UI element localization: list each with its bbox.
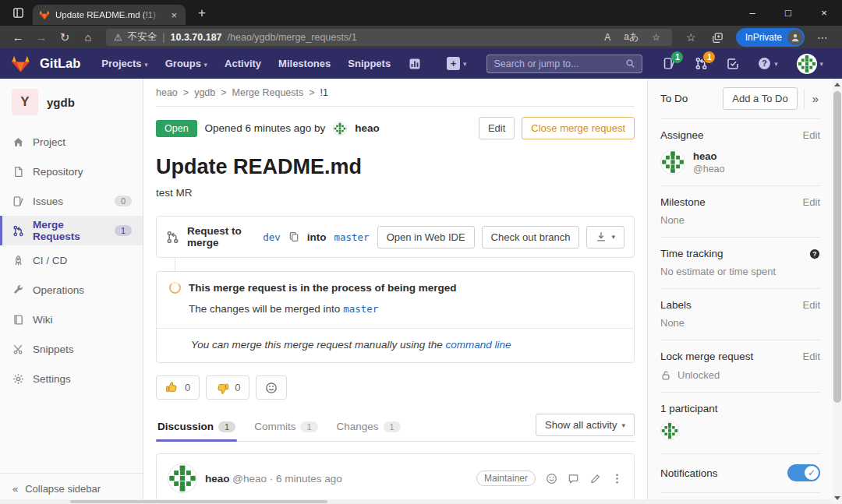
new-tab-button[interactable]: +	[193, 5, 210, 21]
sidebar-item-cicd[interactable]: CI / CD	[0, 245, 143, 275]
gitlab-brand[interactable]: GitLab	[40, 56, 80, 71]
notifications-toggle[interactable]: ✓	[787, 464, 820, 481]
nav-milestones[interactable]: Milestones	[271, 58, 338, 69]
edit-button[interactable]: Edit	[479, 117, 515, 139]
tab-close-icon[interactable]: ×	[168, 9, 179, 21]
back-button[interactable]: ←	[8, 31, 28, 44]
tab-commits[interactable]: Commits1	[253, 414, 319, 441]
help-icon[interactable]	[809, 248, 820, 259]
todos-button[interactable]	[719, 58, 747, 70]
home-icon	[12, 136, 24, 148]
sidebar-item-repository[interactable]: Repository	[0, 157, 143, 186]
sidebar-item-merge-requests[interactable]: Merge Requests 1	[0, 216, 143, 245]
nav-projects[interactable]: Projects ▾	[94, 58, 154, 69]
scrollbar-thumb[interactable]	[143, 500, 327, 503]
add-emoji-button[interactable]	[256, 375, 287, 400]
browser-tab[interactable]: Update README.md (!1) · Merge ×	[33, 5, 186, 25]
participant-avatar[interactable]	[660, 421, 679, 440]
thumbs-up-button[interactable]: 0	[156, 375, 200, 400]
sidebar-item-issues[interactable]: Issues 0	[0, 186, 143, 216]
smiley-icon	[265, 382, 278, 394]
more-actions-icon[interactable]	[611, 473, 623, 485]
tab-changes[interactable]: Changes1	[335, 414, 402, 441]
comment-author-name[interactable]: heao	[205, 473, 230, 485]
labels-edit-link[interactable]: Edit	[803, 299, 820, 311]
nav-activity[interactable]: Activity	[218, 58, 268, 69]
project-header[interactable]: Y ygdb	[0, 79, 143, 127]
nav-snippets[interactable]: Snippets	[341, 58, 398, 69]
author-name[interactable]: heao	[355, 122, 380, 134]
close-mr-button[interactable]: Close merge request	[522, 117, 635, 139]
edit-comment-icon[interactable]	[589, 473, 601, 485]
search-input[interactable]	[494, 58, 625, 69]
assignee-handle: @heao	[693, 164, 725, 174]
sidebar-item-operations[interactable]: Operations	[0, 275, 143, 305]
thumbs-down-button[interactable]: 0	[206, 375, 249, 400]
collections-icon[interactable]	[706, 30, 730, 44]
scroll-down-arrow[interactable]	[834, 496, 840, 500]
activity-filter-button[interactable]: Show all activity ▾	[536, 414, 635, 436]
add-todo-button[interactable]: Add a To Do	[723, 87, 797, 110]
target-branch[interactable]: master	[343, 303, 378, 315]
scroll-up-arrow[interactable]	[834, 83, 840, 86]
issues-dashboard-button[interactable]: 1	[655, 57, 684, 70]
read-aloud-icon[interactable]: A	[600, 32, 614, 43]
reply-icon[interactable]	[568, 473, 579, 485]
breadcrumb-group[interactable]: heao	[156, 87, 178, 98]
source-branch[interactable]: dev	[263, 231, 281, 243]
minimize-button[interactable]: –	[734, 0, 770, 26]
request-label: Request to merge	[187, 225, 255, 248]
tab-actions-button[interactable]	[6, 4, 30, 23]
tab-list-icon	[12, 7, 24, 19]
horizontal-scrollbar[interactable]	[143, 499, 647, 504]
lock-edit-link[interactable]: Edit	[803, 351, 820, 362]
maximize-button[interactable]: □	[770, 0, 806, 26]
comment-timestamp[interactable]: · 6 minutes ago	[270, 473, 342, 485]
collapse-sidebar-icon[interactable]: »	[811, 92, 820, 105]
copy-branch-icon[interactable]	[288, 231, 299, 242]
add-favorite-icon[interactable]: ☆	[648, 32, 664, 43]
inprivate-badge[interactable]: InPrivate	[736, 28, 805, 47]
help-menu-button[interactable]: ▾	[750, 57, 785, 70]
sidebar-item-snippets[interactable]: Snippets	[0, 334, 143, 364]
time-tracking-section: Time tracking No estimate or time spent	[660, 237, 820, 288]
breadcrumb-project[interactable]: ygdb	[194, 87, 215, 98]
assignee-user[interactable]: heao @heao	[660, 150, 820, 174]
favorites-icon[interactable]: ☆	[680, 31, 702, 44]
target-branch[interactable]: master	[334, 231, 369, 243]
forward-button[interactable]: →	[31, 31, 51, 44]
merge-requests-dashboard-button[interactable]: 1	[687, 57, 716, 70]
home-button[interactable]: ⌂	[78, 31, 98, 44]
web-ide-button[interactable]: Open in Web IDE	[377, 226, 475, 248]
sidebar-item-wiki[interactable]: Wiki	[0, 305, 143, 334]
checkout-branch-button[interactable]: Check out branch	[482, 226, 580, 248]
assignee-name: heao	[693, 150, 725, 162]
breadcrumb-merge-requests[interactable]: Merge Requests	[232, 87, 304, 98]
sidebar-item-project[interactable]: Project	[0, 127, 143, 157]
participants-section: 1 participant	[660, 392, 820, 453]
milestone-edit-link[interactable]: Edit	[803, 196, 820, 208]
user-menu-button[interactable]: ▾	[789, 54, 831, 74]
browser-menu-icon[interactable]: ⋯	[811, 31, 834, 44]
global-search[interactable]	[486, 55, 642, 73]
nav-groups[interactable]: Groups ▾	[158, 58, 214, 69]
translate-icon[interactable]: aあ	[620, 30, 642, 44]
assignee-edit-link[interactable]: Edit	[803, 129, 820, 141]
wrench-icon	[12, 284, 24, 296]
reload-button[interactable]: ↻	[55, 31, 75, 44]
nav-chart-button[interactable]	[401, 58, 429, 70]
new-menu-button[interactable]: + ▾	[439, 57, 474, 70]
sidebar-item-settings[interactable]: Settings	[0, 364, 143, 393]
comment-author-avatar[interactable]	[168, 463, 197, 493]
tab-discussion[interactable]: Discussion1	[156, 414, 237, 441]
vertical-scrollbar[interactable]	[833, 79, 842, 504]
security-label[interactable]: 不安全	[128, 30, 157, 44]
close-window-button[interactable]: ×	[806, 0, 842, 26]
author-avatar[interactable]	[333, 122, 347, 136]
command-line-link[interactable]: command line	[445, 339, 511, 351]
download-dropdown-button[interactable]: ▾	[586, 226, 624, 248]
assignee-avatar	[660, 150, 685, 174]
url-field[interactable]: ⚠ 不安全 | 10.3.70.187/heao/ygdb/merge_requ…	[106, 29, 672, 46]
scrollbar-thumb[interactable]	[833, 91, 841, 403]
add-reaction-icon[interactable]	[546, 473, 557, 485]
